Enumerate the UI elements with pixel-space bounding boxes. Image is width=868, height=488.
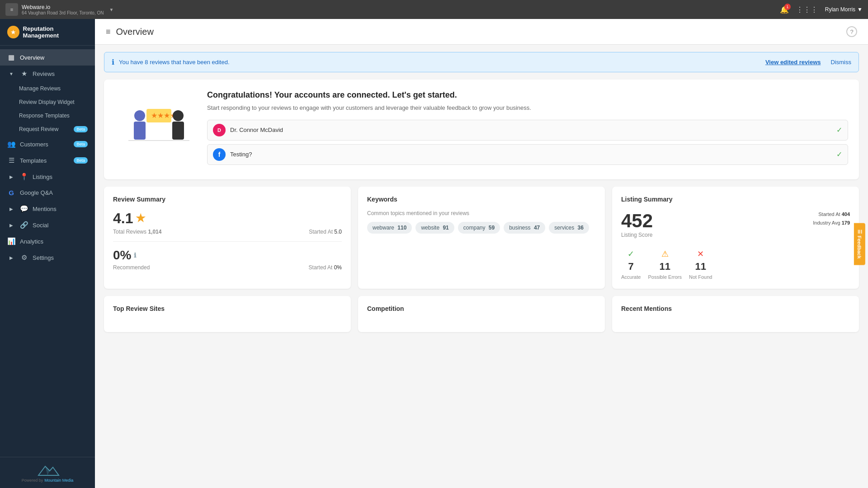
sidebar-item-templates[interactable]: ☰ Templates Beta <box>0 152 95 169</box>
keyword-company[interactable]: company 59 <box>458 222 500 234</box>
total-reviews-value: 1,014 <box>148 229 161 235</box>
notification-button[interactable]: 🔔 1 <box>780 5 789 14</box>
not-found-icon: ✕ <box>697 249 704 259</box>
overview-label: Overview <box>20 54 44 61</box>
chevron-right-icon3: ▶ <box>7 223 15 228</box>
recommend-pct: 0% <box>113 248 131 263</box>
welcome-title: Congratulations! Your accounts are conne… <box>207 90 848 100</box>
recommend-info-icon[interactable]: ℹ <box>134 252 136 259</box>
sidebar-item-request-review[interactable]: Request Review Beta <box>0 122 95 136</box>
social-icon: 🔗 <box>20 221 28 229</box>
keyword-webware[interactable]: webware 110 <box>367 222 412 234</box>
rating-star-icon: ★ <box>136 212 146 225</box>
sidebar-item-review-display-widget[interactable]: Review Display Widget <box>0 95 95 109</box>
menu-toggle-button[interactable]: ≡ <box>106 27 111 37</box>
help-button[interactable]: ? <box>846 26 857 37</box>
manage-reviews-label: Manage Reviews <box>19 85 61 92</box>
recommend-meta: Recommended Started At 0% <box>113 264 342 271</box>
review-rating-display: 4.1 ★ <box>113 210 342 227</box>
google-icon: G <box>7 189 15 197</box>
browser-info: Webware.io 64 Vaughan Road 3rd Floor, To… <box>22 4 104 15</box>
review-display-widget-label: Review Display Widget <box>19 99 75 105</box>
main-content: ≡ Overview ? ℹ You have 8 reviews that h… <box>95 19 868 488</box>
recent-mentions-title: Recent Mentions <box>621 305 850 312</box>
sidebar-item-response-templates[interactable]: Response Templates <box>0 109 95 122</box>
sidebar-nav: ▦ Overview ▼ ★ Reviews Manage Reviews Re… <box>0 46 95 457</box>
accurate-icon: ✓ <box>627 249 634 259</box>
user-name: Rylan Morris <box>825 6 855 13</box>
competition-card: Competition <box>358 296 605 332</box>
not-found-label: Not Found <box>689 274 712 280</box>
reviews-label: Reviews <box>33 70 55 77</box>
keyword-business[interactable]: business 47 <box>504 222 545 234</box>
sidebar: ★ Reputation Management ▦ Overview ▼ ★ R… <box>0 19 95 488</box>
sidebar-brand: ★ Reputation Management <box>0 19 95 46</box>
total-reviews-text: Total Reviews 1,014 <box>113 229 161 235</box>
sidebar-item-google-qa[interactable]: G Google Q&A <box>0 185 95 201</box>
competition-title: Competition <box>367 305 596 312</box>
company-count: 59 <box>489 225 495 231</box>
listing-score-label: Listing Score <box>621 232 653 238</box>
chevron-right-icon2: ▶ <box>7 206 15 211</box>
info-icon: ℹ <box>112 58 114 66</box>
listings-label: Listings <box>33 174 52 180</box>
reviews-icon: ★ <box>20 70 28 78</box>
review-meta: Total Reviews 1,014 Started At 5.0 <box>113 229 342 235</box>
possible-errors-item: ⚠ 11 Possible Errors <box>648 249 682 280</box>
sidebar-item-reviews[interactable]: ▼ ★ Reviews <box>0 66 95 82</box>
score-industry-avg: 179 <box>842 220 850 225</box>
review-summary-card: Review Summary 4.1 ★ Total Reviews 1,014… <box>104 187 351 289</box>
browser-site-title: Webware.io <box>22 4 104 10</box>
grid-button[interactable]: ⋮⋮⋮ <box>796 5 818 14</box>
analytics-icon: 📊 <box>7 237 15 245</box>
listing-breakdown: ✓ 7 Accurate ⚠ 11 Possible Errors ✕ 11 <box>621 249 850 280</box>
powered-by-text: Powered by <box>22 478 43 483</box>
sidebar-item-manage-reviews[interactable]: Manage Reviews <box>0 82 95 95</box>
dashboard-grid: Review Summary 4.1 ★ Total Reviews 1,014… <box>104 187 859 289</box>
sidebar-item-overview[interactable]: ▦ Overview <box>0 49 95 66</box>
mountain-media-logo: Powered by Mountain Media <box>7 463 88 483</box>
banner-text: You have 8 reviews that have been edited… <box>119 59 761 66</box>
feedback-tab[interactable]: ☰ Feedback <box>854 223 865 265</box>
keywords-title: Keywords <box>367 196 596 203</box>
user-menu-button[interactable]: Rylan Morris ▼ <box>825 6 863 13</box>
svg-rect-7 <box>172 122 184 140</box>
analytics-label: Analytics <box>20 238 43 245</box>
keywords-card: Keywords Common topics mentioned in your… <box>358 187 605 289</box>
browser-actions: 🔔 1 ⋮⋮⋮ Rylan Morris ▼ <box>780 5 863 14</box>
started-at-text: Started At 5.0 <box>309 229 342 235</box>
svg-marker-1 <box>45 466 50 475</box>
top-review-sites-title: Top Review Sites <box>113 305 342 312</box>
customers-label: Customers <box>20 141 48 148</box>
browser-dropdown-arrow[interactable]: ▼ <box>109 7 113 12</box>
content-area: ℹ You have 8 reviews that have been edit… <box>95 45 868 488</box>
google-qa-label: Google Q&A <box>20 189 53 196</box>
brand-icon: ★ <box>7 26 19 38</box>
sidebar-item-listings[interactable]: ▶ 📍 Listings <box>0 169 95 185</box>
sidebar-item-social[interactable]: ▶ 🔗 Social <box>0 217 95 233</box>
accurate-label: Accurate <box>621 274 641 280</box>
dr-connor-avatar: D <box>213 124 226 136</box>
mountain-media-text: Mountain Media <box>44 478 73 483</box>
possible-errors-count: 11 <box>659 261 670 272</box>
view-edited-reviews-link[interactable]: View edited reviews <box>765 59 821 66</box>
chevron-right-icon4: ▶ <box>7 255 15 260</box>
keyword-website[interactable]: website 91 <box>415 222 454 234</box>
not-found-count: 11 <box>695 261 706 272</box>
bottom-grid: Top Review Sites Competition Recent Ment… <box>104 296 859 332</box>
mentions-icon: 💬 <box>20 205 28 213</box>
started-at-value: 5.0 <box>334 229 342 235</box>
keyword-services[interactable]: services 36 <box>549 222 589 234</box>
svg-point-6 <box>173 110 184 121</box>
templates-icon: ☰ <box>7 156 15 164</box>
dr-connor-check: ✓ <box>836 126 842 134</box>
keywords-subtitle: Common topics mentioned in your reviews <box>367 210 596 216</box>
connection-item-testing: f Testing? ✓ <box>207 144 848 165</box>
score-started-value: 404 <box>842 211 850 217</box>
sidebar-item-settings[interactable]: ▶ ⚙ Settings <box>0 249 95 266</box>
recommended-label: Recommended <box>113 264 150 271</box>
sidebar-item-analytics[interactable]: 📊 Analytics <box>0 233 95 249</box>
sidebar-item-customers[interactable]: 👥 Customers Beta <box>0 136 95 152</box>
dismiss-button[interactable]: Dismiss <box>831 59 852 66</box>
sidebar-item-mentions[interactable]: ▶ 💬 Mentions <box>0 201 95 217</box>
